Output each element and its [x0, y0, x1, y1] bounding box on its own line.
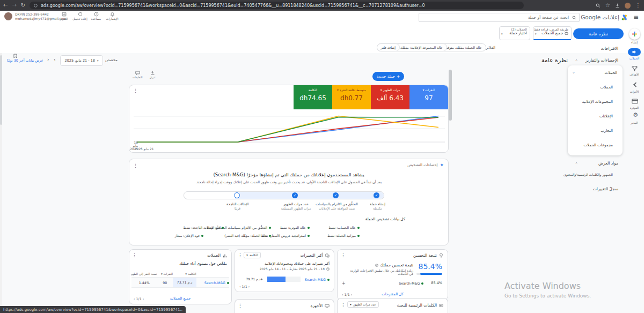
green-dot-icon: [222, 227, 224, 229]
change-row[interactable]: Search-M&G +د.م 79.71: [238, 275, 330, 284]
column-ctr[interactable]: نسبة النقر إلى الظهور ▾: [131, 272, 157, 275]
add-filter-chip[interactable]: إضافة فلتر: [377, 43, 400, 51]
more-options-icon[interactable]: ⋮: [238, 253, 243, 258]
sidebar-item-experiments[interactable]: التجارب: [568, 123, 623, 138]
diagnostics-subtitle: بعد أن تبدأ في الحصول على الإحالات الناج…: [129, 180, 448, 184]
browser-forward-icon[interactable]: →: [12, 3, 16, 8]
view-mode-picker[interactable]: طريقة العرض: قراءة فقط جميع الحملات ▾: [533, 26, 572, 40]
diagnostics-header: ✦ إحصاءات التشخيص: [407, 162, 444, 168]
page-scrollbar[interactable]: [0, 53, 2, 313]
global-search-box[interactable]: [419, 13, 580, 22]
step-policy-review[interactable]: ✓: [333, 192, 339, 198]
clock-icon: [326, 267, 330, 271]
card-title: الكلمات الرئيسية للبحث: [397, 303, 437, 308]
sidebar-item-ads[interactable]: الإعلانات: [568, 109, 623, 123]
date-range-picker[interactable]: ▾ 18 - 21 مايو، 2025: [60, 55, 103, 66]
devices-card: ⋮ الأجهزة: [235, 299, 334, 313]
metric-box[interactable]: النقرات▾ 97: [409, 85, 448, 109]
campaign-name[interactable]: Search-M&G: [399, 281, 423, 285]
column-clicks[interactable]: النقرات ▾: [157, 272, 173, 275]
pagination[interactable]: ‹ 1/1 ›: [134, 297, 144, 301]
search-icon[interactable]: [596, 3, 601, 8]
all-campaigns-link[interactable]: جميع الحملات: [129, 296, 231, 301]
campaign-picker[interactable]: الحملات (2) اختيار حملة ▾: [499, 26, 530, 40]
sidebar-item-campaigns[interactable]: الحملات: [568, 80, 623, 94]
main-menu-icon[interactable]: ≡: [633, 13, 639, 21]
sidebar-item-overview[interactable]: نظرة عامة: [573, 28, 624, 39]
more-options-icon[interactable]: ⋮: [238, 303, 243, 308]
sidebar-item-audiences-keywords-content[interactable]: الجمهور والكلمات الرئيسية والمحتوى: [564, 173, 613, 176]
row-score: 85.4%: [431, 281, 442, 285]
sidebar-item-ad-groups[interactable]: المجموعات الإعلانية: [568, 94, 623, 109]
create-button[interactable]: [629, 28, 640, 40]
content-scrollbar[interactable]: [449, 70, 452, 313]
browser-reload-icon[interactable]: ↻: [21, 3, 25, 8]
step-impressions[interactable]: ✓: [292, 192, 298, 198]
bookmark-icon[interactable]: [13, 54, 18, 58]
reports-button[interactable]: التقرير: [57, 12, 71, 20]
more-options-icon[interactable]: ⋮: [341, 253, 346, 258]
address-bar[interactable]: ads.google.com/aw/overview?ocid=71599567…: [30, 2, 524, 9]
sidebar-group-campaigns[interactable]: الحملات ›: [568, 65, 623, 80]
step-create-campaign[interactable]: ✓: [374, 192, 379, 198]
info-icon[interactable]: [375, 264, 378, 267]
bookmark-star-icon[interactable]: ☆: [605, 3, 610, 8]
download-icon: [150, 71, 155, 75]
billing-card-icon[interactable]: [632, 99, 638, 104]
sidebar-item-campaign-groups[interactable]: مجموعات الحملات: [568, 138, 623, 152]
new-campaign-button[interactable]: + حملة جديدة: [372, 72, 404, 81]
next-period-icon[interactable]: ›: [54, 57, 56, 62]
all-diagnostics-label[interactable]: كل بيانات تشخيص الحملة: [365, 217, 405, 221]
stepper-fill: [235, 192, 384, 199]
campaign-name-cell[interactable]: Search-M&G: [196, 281, 229, 285]
sidebar-item-recommendations[interactable]: الاقتراحات: [601, 46, 618, 51]
help-button[interactable]: ? مساعدة: [89, 12, 103, 20]
more-options-icon[interactable]: ⋮: [133, 163, 138, 168]
optimization-row[interactable]: 85.4% Search-M&G +: [341, 279, 442, 287]
feedback-button[interactable]: التعليقات: [130, 71, 144, 79]
rail-item-campaigns[interactable]: [628, 48, 641, 56]
account-avatar[interactable]: [4, 12, 12, 20]
browser-menu-icon[interactable]: ⋮: [635, 3, 641, 8]
table-row[interactable]: Search-M&G د.م 73.71 90 1.44%: [131, 277, 229, 288]
pagination[interactable]: ‹ 1/1 ›: [239, 285, 250, 288]
refresh-button[interactable]: إعادة تحميل: [73, 12, 87, 20]
column-cost[interactable]: التكلفة ▾: [173, 272, 196, 275]
gear-icon[interactable]: ⚙: [633, 112, 638, 118]
pagination[interactable]: ‹ 1/1 ›: [342, 293, 352, 296]
notifications-button[interactable]: الإشعارات: [105, 12, 119, 20]
rail-tools-label: الأدوات: [625, 90, 644, 93]
more-options-icon[interactable]: ⋮: [133, 88, 138, 93]
step-conversions[interactable]: [234, 192, 240, 198]
feedback-label: التعليقات: [133, 76, 143, 79]
browser-profile-avatar[interactable]: [625, 3, 631, 9]
sidebar-item-insights-reports[interactable]: الإحصاءات والتقارير: [586, 58, 618, 63]
metric-dropdown[interactable]: التكلفة▾: [244, 252, 261, 258]
show-last-30-days-link[interactable]: عرض بيانات آخر 30 يومًا: [7, 58, 43, 63]
devices-card-header: الأجهزة: [310, 303, 330, 308]
metric-box[interactable]: التكلفةdh74.65 dh74.65: [294, 85, 332, 109]
site-info-icon[interactable]: [34, 4, 38, 8]
diagnostics-title: يشاهد المستخدمون إعلاناتك من حملتك التي …: [129, 172, 448, 177]
expand-plus-icon[interactable]: +: [342, 281, 346, 286]
trophy-icon[interactable]: [631, 65, 638, 72]
browser-back-icon[interactable]: ←: [3, 3, 8, 8]
ctr-cell: 1.44%: [131, 281, 157, 285]
prev-period-icon[interactable]: ‹: [47, 57, 49, 62]
metric-dropdown[interactable]: عدد مرات الظهور▾: [347, 301, 379, 308]
chevron-down-icon: ▾: [350, 303, 352, 306]
more-options-icon[interactable]: ⋮: [132, 253, 137, 258]
download-button[interactable]: تنزيل: [145, 71, 159, 79]
tools-icon[interactable]: [632, 81, 638, 88]
green-dot-icon: [308, 227, 310, 229]
downloads-icon[interactable]: [615, 3, 620, 8]
campaign-name[interactable]: Search-M&G: [305, 278, 330, 281]
more-options-icon[interactable]: ⋮: [341, 303, 346, 308]
search-input[interactable]: [422, 14, 570, 20]
metric-box[interactable]: مرات الظهور▾ 6.43 ألف: [371, 85, 409, 109]
status-item: حالة الحملة: مؤهّلة (قيد النشر): [224, 234, 271, 237]
all-recommendations-link[interactable]: كل المقترحات: [338, 292, 448, 296]
sidebar-item-assets[interactable]: مواد العرض: [598, 161, 618, 166]
metric-box[interactable]: متوسط تكلفة النقرة▾ dh0.77: [332, 85, 371, 109]
sidebar-item-change-history[interactable]: سجلّ التغييرات: [593, 187, 618, 191]
